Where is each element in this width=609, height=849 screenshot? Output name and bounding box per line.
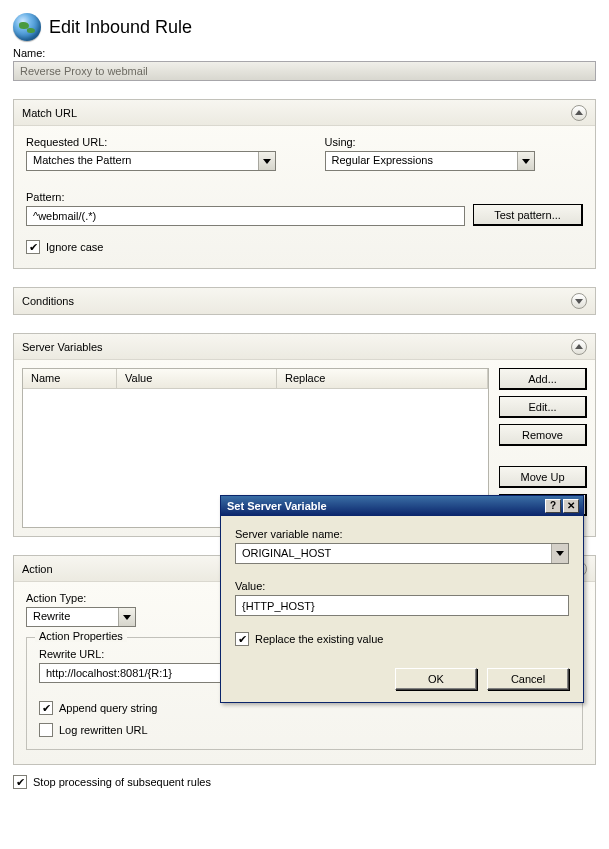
chevron-down-icon <box>118 608 135 626</box>
test-pattern-button[interactable]: Test pattern... <box>473 204 583 226</box>
replace-existing-checkbox[interactable]: ✔ <box>235 632 249 646</box>
server-variables-title: Server Variables <box>22 341 103 353</box>
action-properties-legend: Action Properties <box>35 630 127 642</box>
requested-url-dropdown[interactable]: Matches the Pattern <box>26 151 276 171</box>
append-query-checkbox[interactable]: ✔ <box>39 701 53 715</box>
add-button[interactable]: Add... <box>499 368 587 390</box>
collapse-button[interactable] <box>571 339 587 355</box>
action-type-dropdown[interactable]: Rewrite <box>26 607 136 627</box>
edit-button[interactable]: Edit... <box>499 396 587 418</box>
globe-icon <box>13 13 41 41</box>
move-up-button[interactable]: Move Up <box>499 466 587 488</box>
server-variable-name-label: Server variable name: <box>235 528 569 540</box>
col-name[interactable]: Name <box>23 369 117 389</box>
action-title: Action <box>22 563 53 575</box>
collapse-button[interactable] <box>571 105 587 121</box>
dialog-title: Set Server Variable <box>227 500 327 512</box>
log-rewritten-checkbox[interactable] <box>39 723 53 737</box>
col-value[interactable]: Value <box>117 369 277 389</box>
match-url-panel: Match URL Requested URL: Matches the Pat… <box>13 99 596 269</box>
server-variable-value-label: Value: <box>235 580 569 592</box>
conditions-title: Conditions <box>22 295 74 307</box>
ignore-case-checkbox[interactable]: ✔ <box>26 240 40 254</box>
using-label: Using: <box>325 136 584 148</box>
server-variable-name-dropdown[interactable]: ORIGINAL_HOST <box>235 543 569 564</box>
close-button[interactable]: ✕ <box>563 499 579 513</box>
pattern-label: Pattern: <box>26 191 465 203</box>
pattern-input[interactable] <box>26 206 465 226</box>
using-dropdown[interactable]: Regular Expressions <box>325 151 535 171</box>
stop-processing-label: Stop processing of subsequent rules <box>33 776 211 788</box>
ignore-case-label: Ignore case <box>46 241 103 253</box>
conditions-panel: Conditions <box>13 287 596 315</box>
append-query-label: Append query string <box>59 702 157 714</box>
chevron-down-icon <box>258 152 275 170</box>
cancel-button[interactable]: Cancel <box>487 668 569 690</box>
remove-button[interactable]: Remove <box>499 424 587 446</box>
requested-url-label: Requested URL: <box>26 136 285 148</box>
replace-existing-label: Replace the existing value <box>255 633 383 645</box>
rule-name-input[interactable] <box>13 61 596 81</box>
col-replace[interactable]: Replace <box>277 369 488 389</box>
chevron-down-icon <box>517 152 534 170</box>
server-variable-value-input[interactable] <box>235 595 569 616</box>
expand-button[interactable] <box>571 293 587 309</box>
log-rewritten-label: Log rewritten URL <box>59 724 148 736</box>
chevron-down-icon <box>551 544 568 563</box>
page-title: Edit Inbound Rule <box>49 17 192 38</box>
match-url-title: Match URL <box>22 107 77 119</box>
help-button[interactable]: ? <box>545 499 561 513</box>
name-label: Name: <box>13 47 596 59</box>
stop-processing-checkbox[interactable]: ✔ <box>13 775 27 789</box>
ok-button[interactable]: OK <box>395 668 477 690</box>
set-server-variable-dialog: Set Server Variable ? ✕ Server variable … <box>220 495 584 703</box>
